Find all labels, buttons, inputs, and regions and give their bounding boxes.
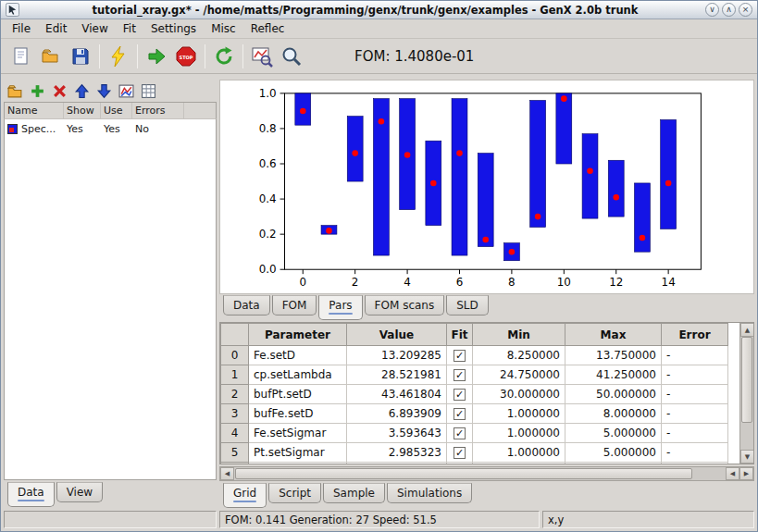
fit-checkbox[interactable]: ✓ (447, 404, 473, 424)
vscroll-thumb[interactable] (741, 337, 752, 423)
grid-col-min[interactable]: Min (473, 324, 565, 346)
scroll-left-arrow[interactable]: ◀ (220, 467, 234, 480)
grid-col-error[interactable]: Error (662, 324, 728, 346)
menu-item-settings[interactable]: Settings (143, 20, 204, 37)
grid-cell[interactable]: 1.000000 (473, 443, 565, 463)
plot-tab-fom[interactable]: FOM (272, 295, 317, 315)
grid-tab-sample[interactable]: Sample (323, 483, 385, 503)
grid-cell[interactable]: 2.985323 (347, 443, 447, 463)
move-down-button[interactable] (94, 81, 113, 100)
grid-cell[interactable]: 3.593643 (347, 424, 447, 443)
plot-tab-fom-scans[interactable]: FOM scans (365, 295, 445, 315)
open-button[interactable] (36, 42, 66, 71)
plot-settings-button[interactable] (117, 81, 135, 100)
maximize-button[interactable]: ∧ (722, 3, 736, 17)
grid-cell[interactable]: 5.000000 (565, 443, 662, 463)
row-index[interactable]: 2 (221, 385, 249, 404)
grid-cell[interactable]: - (662, 385, 728, 404)
hscroll-track[interactable] (234, 467, 726, 480)
add-dataset-button[interactable] (28, 81, 46, 100)
grid-cell[interactable]: Pt.setSigmar (249, 443, 347, 463)
grid-cell[interactable]: 5.000000 (565, 424, 662, 443)
grid-tab-grid[interactable]: Grid (223, 483, 267, 508)
dataset-col-errors[interactable]: Errors (132, 103, 184, 118)
grid-cell[interactable]: 2.645054 (347, 463, 447, 465)
new-button[interactable] (6, 42, 36, 71)
grid-cell[interactable]: cp.setLambda (249, 365, 347, 385)
tab-view[interactable]: View (56, 482, 103, 502)
grid-cell[interactable]: - (662, 424, 728, 443)
menu-item-misc[interactable]: Misc (204, 20, 243, 37)
plot-tab-sld[interactable]: SLD (446, 295, 489, 315)
grid-cell[interactable]: - (662, 365, 728, 385)
tab-data[interactable]: Data (7, 482, 55, 507)
menu-item-fit[interactable]: Fit (116, 20, 143, 37)
dataset-col-name[interactable]: Name (5, 103, 64, 118)
grid-cell[interactable]: 13.209285 (347, 346, 447, 365)
grid-cell[interactable]: bufPt.setD (249, 385, 347, 404)
zoom-button[interactable] (277, 42, 306, 71)
grid-col-parameter[interactable]: Parameter (249, 324, 347, 346)
row-index[interactable]: 5 (221, 443, 249, 463)
grid-cell[interactable]: 30.000000 (473, 385, 565, 404)
menu-item-file[interactable]: File (5, 20, 38, 37)
grid-cell[interactable]: 6.893909 (347, 404, 447, 424)
grid-cell[interactable]: Fe.setSigmar (249, 424, 347, 443)
grid-col-fit[interactable]: Fit (447, 324, 473, 346)
grid-cell[interactable]: - (662, 463, 728, 465)
dataset-col-use[interactable]: Use (101, 103, 132, 118)
menu-item-reflec[interactable]: Reflec (243, 20, 292, 37)
grid-cell[interactable]: 8.250000 (473, 346, 565, 365)
simulate-button[interactable] (104, 42, 133, 71)
row-index[interactable]: 1 (221, 365, 249, 385)
fit-checkbox[interactable]: ✓ (447, 346, 473, 365)
grid-tab-script[interactable]: Script (268, 483, 321, 503)
grid-col-max[interactable]: Max (565, 324, 662, 346)
move-up-button[interactable] (72, 81, 91, 100)
grid-cell[interactable]: bufFe.setD (249, 404, 347, 424)
error-plot-button[interactable] (247, 42, 277, 71)
delete-dataset-button[interactable] (50, 81, 68, 100)
fit-checkbox[interactable]: ✓ (447, 424, 473, 443)
grid-cell[interactable]: - (662, 346, 728, 365)
row-index[interactable]: 0 (221, 346, 249, 365)
grid-cell[interactable]: 43.461804 (347, 385, 447, 404)
grid-cell[interactable]: 24.750000 (473, 365, 565, 385)
grid-cell[interactable]: 1.000000 (473, 424, 565, 443)
grid-hscrollbar[interactable]: ◀ ◀ ▶ (219, 466, 754, 481)
fit-checkbox[interactable]: ✓ (447, 365, 473, 385)
titlebar[interactable]: tutorial_xray.gx* - /home/matts/Programm… (1, 1, 757, 19)
minimize-button[interactable]: ∨ (705, 3, 719, 17)
fit-checkbox[interactable]: ✓ (447, 443, 473, 463)
pars-plot[interactable]: 0.00.20.40.60.81.002468101214 (219, 80, 754, 294)
grid-cell[interactable]: 50.000000 (565, 385, 662, 404)
dataset-col-show[interactable]: Show (64, 103, 101, 118)
grid-cell[interactable]: 5.000000 (565, 463, 662, 465)
grid-cell[interactable]: - (662, 404, 728, 424)
list-item[interactable]: Spec...YesYesNo (5, 119, 216, 138)
grid-cell[interactable]: 13.750000 (565, 346, 662, 365)
calc-button[interactable] (139, 81, 157, 100)
open-data-button[interactable] (6, 81, 24, 100)
menu-item-edit[interactable]: Edit (38, 20, 74, 37)
grid-cell[interactable]: 1.000000 (473, 404, 565, 424)
restart-fit-button[interactable] (209, 42, 239, 71)
scroll-down-arrow[interactable]: ▼ (740, 450, 754, 464)
grid-col-value[interactable]: Value (347, 324, 447, 346)
row-index[interactable]: 3 (221, 404, 249, 424)
grid-cell[interactable]: Fe.setD (249, 346, 347, 365)
grid-cell[interactable]: 28.521981 (347, 365, 447, 385)
scroll-up-arrow[interactable]: ▲ (740, 323, 754, 337)
row-index[interactable]: 4 (221, 424, 249, 443)
save-button[interactable] (66, 42, 95, 71)
grid-cell[interactable]: 41.250000 (565, 365, 662, 385)
scroll-left-arrow-right-group[interactable]: ◀ (726, 467, 739, 480)
grid-cell[interactable]: 8.000000 (565, 404, 662, 424)
row-index[interactable]: 6 (221, 463, 249, 465)
grid-cell[interactable]: 1.000000 (473, 463, 565, 465)
plot-tab-pars[interactable]: Pars (318, 295, 362, 320)
grid-col-index[interactable] (221, 324, 249, 346)
hscroll-thumb[interactable] (235, 468, 692, 479)
stop-fit-button[interactable]: STOP (171, 42, 201, 71)
scroll-right-arrow[interactable]: ▶ (739, 467, 753, 480)
